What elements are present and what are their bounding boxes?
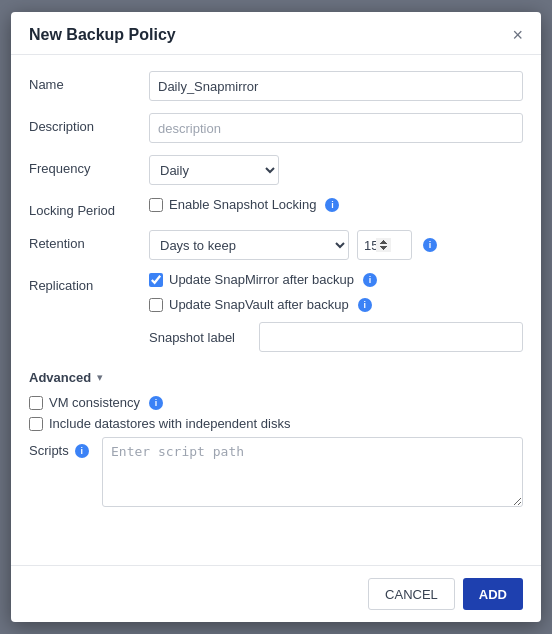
retention-number-wrapper xyxy=(357,230,412,260)
description-field-wrapper xyxy=(149,113,523,143)
scripts-info-icon[interactable]: i xyxy=(75,444,89,458)
cancel-button[interactable]: CANCEL xyxy=(368,578,455,610)
advanced-body: VM consistency i Include datastores with… xyxy=(29,395,523,507)
modal-title: New Backup Policy xyxy=(29,26,176,44)
retention-number-input[interactable] xyxy=(357,230,412,260)
snapshot-label-input[interactable] xyxy=(259,322,523,352)
locking-period-wrapper: Enable Snapshot Locking i xyxy=(149,197,523,218)
close-button[interactable]: × xyxy=(512,26,523,44)
retention-type-select[interactable]: Days to keep Weeks to keep Months to kee… xyxy=(149,230,349,260)
replication-wrapper: Update SnapMirror after backup i Update … xyxy=(149,272,523,358)
retention-info-icon[interactable]: i xyxy=(423,238,437,252)
new-backup-policy-modal: New Backup Policy × Name Description Fre… xyxy=(11,12,541,622)
advanced-header[interactable]: Advanced ▾ xyxy=(29,370,523,385)
retention-controls: Days to keep Weeks to keep Months to kee… xyxy=(149,230,523,260)
name-input[interactable] xyxy=(149,71,523,101)
include-datastores-row: Include datastores with independent disk… xyxy=(29,416,523,431)
enable-locking-label: Enable Snapshot Locking xyxy=(169,197,316,212)
enable-locking-checkbox[interactable] xyxy=(149,198,163,212)
vm-consistency-label: VM consistency xyxy=(49,395,140,410)
snapshot-label-input-wrapper xyxy=(259,322,523,352)
modal-body: Name Description Frequency Daily Weekly … xyxy=(11,55,541,565)
enable-locking-row: Enable Snapshot Locking i xyxy=(149,197,523,212)
snapvault-info-icon[interactable]: i xyxy=(358,298,372,312)
frequency-label: Frequency xyxy=(29,155,149,176)
frequency-select[interactable]: Daily Weekly Monthly xyxy=(149,155,279,185)
include-datastores-label: Include datastores with independent disk… xyxy=(49,416,290,431)
vm-consistency-info-icon[interactable]: i xyxy=(149,396,163,410)
scripts-label-text: Scripts xyxy=(29,443,69,458)
replication-row: Replication Update SnapMirror after back… xyxy=(29,272,523,358)
snapshot-label-row: Snapshot label xyxy=(149,322,523,352)
name-label: Name xyxy=(29,71,149,92)
snapvault-checkbox[interactable] xyxy=(149,298,163,312)
snapvault-row: Update SnapVault after backup i xyxy=(149,297,523,312)
replication-label: Replication xyxy=(29,272,149,293)
description-label: Description xyxy=(29,113,149,134)
retention-wrapper: Days to keep Weeks to keep Months to kee… xyxy=(149,230,523,260)
advanced-section: Advanced ▾ VM consistency i Include data… xyxy=(29,370,523,507)
description-row: Description xyxy=(29,113,523,143)
locking-info-icon[interactable]: i xyxy=(325,198,339,212)
modal-footer: CANCEL ADD xyxy=(11,565,541,622)
locking-period-label: Locking Period xyxy=(29,197,149,218)
retention-row: Retention Days to keep Weeks to keep Mon… xyxy=(29,230,523,260)
frequency-field-wrapper: Daily Weekly Monthly xyxy=(149,155,523,185)
chevron-down-icon: ▾ xyxy=(97,371,103,384)
frequency-row: Frequency Daily Weekly Monthly xyxy=(29,155,523,185)
description-input[interactable] xyxy=(149,113,523,143)
name-field-wrapper xyxy=(149,71,523,101)
modal-header: New Backup Policy × xyxy=(11,12,541,55)
vm-consistency-row: VM consistency i xyxy=(29,395,523,410)
snapmirror-info-icon[interactable]: i xyxy=(363,273,377,287)
snapshot-label-text: Snapshot label xyxy=(149,330,259,345)
locking-period-row: Locking Period Enable Snapshot Locking i xyxy=(29,197,523,218)
snapmirror-row: Update SnapMirror after backup i xyxy=(149,272,523,287)
include-datastores-checkbox[interactable] xyxy=(29,417,43,431)
snapmirror-label: Update SnapMirror after backup xyxy=(169,272,354,287)
add-button[interactable]: ADD xyxy=(463,578,523,610)
snapmirror-checkbox[interactable] xyxy=(149,273,163,287)
scripts-textarea[interactable] xyxy=(102,437,523,507)
retention-label: Retention xyxy=(29,230,149,251)
advanced-label: Advanced xyxy=(29,370,91,385)
name-row: Name xyxy=(29,71,523,101)
scripts-row: Scripts i xyxy=(29,437,523,507)
snapvault-label: Update SnapVault after backup xyxy=(169,297,349,312)
vm-consistency-checkbox[interactable] xyxy=(29,396,43,410)
scripts-label-wrapper: Scripts i xyxy=(29,437,94,458)
